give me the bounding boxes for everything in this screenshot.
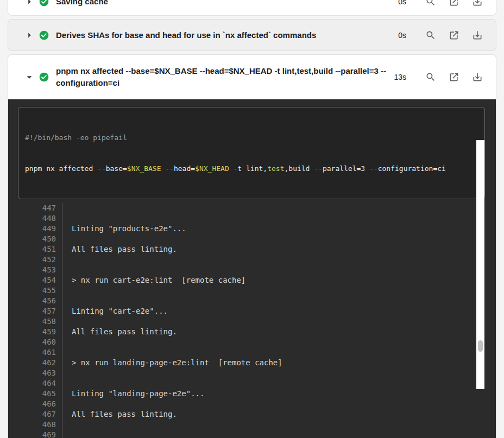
step-title: Saving cache bbox=[56, 0, 108, 8]
success-check-icon bbox=[39, 72, 49, 82]
command-text: -t lint, bbox=[229, 164, 267, 173]
chevron-right-icon[interactable] bbox=[23, 29, 35, 41]
log-line-text bbox=[62, 368, 72, 378]
step-title: pnpm nx affected --base=$NX_BASE --head=… bbox=[56, 65, 391, 89]
log-line: 452 bbox=[18, 255, 485, 265]
log-line: 450 bbox=[18, 234, 485, 244]
log-line-number: 447 bbox=[18, 203, 62, 213]
open-in-new-icon[interactable] bbox=[449, 72, 459, 82]
command-text: ,build --parallel=3 --configuration=ci bbox=[284, 164, 445, 173]
log-line: 463 bbox=[18, 368, 485, 378]
download-icon[interactable] bbox=[472, 72, 483, 82]
log-line-number: 463 bbox=[18, 368, 62, 378]
log-line-text: Linting "products-e2e"... bbox=[62, 224, 186, 234]
search-icon[interactable] bbox=[425, 0, 436, 7]
log-line-text: All files pass linting. bbox=[62, 327, 177, 337]
log-line: 462> nx run landing-page-e2e:lint [remot… bbox=[18, 358, 485, 368]
log-scrollbar[interactable] bbox=[476, 140, 484, 389]
script-command-box: #!/bin/bash -eo pipefail pnpm nx affecte… bbox=[18, 107, 485, 199]
log-line: 465Linting "landing-page-e2e"... bbox=[18, 389, 485, 399]
log-line-text: Linting "landing-page-e2e"... bbox=[62, 389, 204, 399]
command-text: pnpm nx affected --base= bbox=[25, 164, 127, 173]
log-line: 467All files pass linting. bbox=[18, 409, 485, 420]
log-line-number: 460 bbox=[18, 337, 62, 347]
log-line: 455 bbox=[18, 285, 485, 296]
log-line-text bbox=[62, 234, 72, 244]
log-line-number: 465 bbox=[18, 389, 62, 399]
build-steps-page: Saving cache 0s Der bbox=[0, 0, 504, 438]
log-line-number: 456 bbox=[18, 296, 62, 306]
log-line: 453 bbox=[18, 265, 485, 275]
open-in-new-icon[interactable] bbox=[449, 0, 459, 7]
log-line: 461 bbox=[18, 347, 485, 358]
step-duration: 13s bbox=[391, 73, 406, 81]
log-line-number: 449 bbox=[18, 224, 62, 234]
step-row-saving-cache: Saving cache 0s bbox=[8, 0, 496, 16]
log-line-number: 461 bbox=[18, 347, 62, 358]
log-line-text: All files pass linting. bbox=[62, 409, 177, 420]
download-icon[interactable] bbox=[472, 0, 483, 7]
open-in-new-icon[interactable] bbox=[449, 30, 459, 41]
log-line-number: 450 bbox=[18, 234, 62, 244]
step-duration: 0s bbox=[391, 0, 406, 6]
log-line-text bbox=[62, 430, 72, 438]
step-row-derive-shas: Derives SHAs for base and head for use i… bbox=[8, 19, 496, 51]
log-line-number: 454 bbox=[18, 275, 62, 285]
log-line: 468 bbox=[18, 420, 485, 430]
command-variable: $NX_BASE bbox=[127, 164, 161, 173]
log-line-number: 464 bbox=[18, 378, 62, 389]
log-line-text bbox=[62, 203, 72, 213]
log-line: 458 bbox=[18, 316, 485, 327]
log-line-text bbox=[62, 347, 72, 358]
log-line-number: 455 bbox=[18, 285, 62, 296]
log-line: 456 bbox=[18, 296, 485, 306]
script-shebang: #!/bin/bash -eo pipefail bbox=[25, 132, 478, 143]
log-line-text bbox=[62, 255, 72, 265]
log-line-text: > nx run cart-e2e:lint [remote cache] bbox=[62, 275, 245, 285]
log-line-text bbox=[62, 337, 72, 347]
log-line-number: 468 bbox=[18, 420, 62, 430]
log-line: 460 bbox=[18, 337, 485, 347]
log-scrollbar-thumb[interactable] bbox=[478, 340, 483, 352]
step-title: Derives SHAs for base and head for use i… bbox=[56, 29, 316, 41]
log-line-number: 467 bbox=[18, 409, 62, 420]
log-line-text bbox=[62, 213, 72, 224]
log-line-text: Linting "cart-e2e"... bbox=[62, 306, 168, 316]
download-icon[interactable] bbox=[472, 30, 483, 41]
log-line-number: 459 bbox=[18, 327, 62, 337]
step-duration: 0s bbox=[391, 31, 406, 40]
log-line: 464 bbox=[18, 378, 485, 389]
log-line-number: 469 bbox=[18, 430, 62, 438]
log-line: 469 bbox=[18, 430, 485, 438]
success-check-icon bbox=[39, 0, 49, 7]
log-line-number: 448 bbox=[18, 213, 62, 224]
log-line-text: > nx run landing-page-e2e:lint [remote c… bbox=[62, 358, 282, 368]
log-output: 447448449Linting "products-e2e"...450451… bbox=[18, 203, 485, 438]
log-line-text bbox=[62, 378, 72, 389]
success-check-icon bbox=[39, 30, 49, 41]
chevron-down-icon[interactable] bbox=[23, 71, 35, 83]
log-line: 447 bbox=[18, 203, 485, 213]
chevron-right-icon[interactable] bbox=[23, 0, 35, 8]
log-line: 457Linting "cart-e2e"... bbox=[18, 306, 485, 316]
log-line-number: 462 bbox=[18, 358, 62, 368]
log-line-text: All files pass linting. bbox=[62, 244, 177, 255]
log-line-number: 453 bbox=[18, 265, 62, 275]
log-terminal: #!/bin/bash -eo pipefail pnpm nx affecte… bbox=[8, 99, 496, 438]
log-line-text bbox=[62, 316, 72, 327]
search-icon[interactable] bbox=[425, 72, 436, 82]
log-line: 466 bbox=[18, 399, 485, 409]
log-line-number: 457 bbox=[18, 306, 62, 316]
log-line-number: 466 bbox=[18, 399, 62, 409]
log-line-text bbox=[62, 420, 72, 430]
log-line: 451All files pass linting. bbox=[18, 244, 485, 255]
log-line-number: 451 bbox=[18, 244, 62, 255]
log-line: 449Linting "products-e2e"... bbox=[18, 224, 485, 234]
command-variable: $NX_HEAD bbox=[195, 164, 229, 173]
log-line-text bbox=[62, 296, 72, 306]
log-line: 454> nx run cart-e2e:lint [remote cache] bbox=[18, 275, 485, 285]
search-icon[interactable] bbox=[425, 30, 436, 41]
log-line: 459All files pass linting. bbox=[18, 327, 485, 337]
log-line-number: 452 bbox=[18, 255, 62, 265]
log-line-number: 458 bbox=[18, 316, 62, 327]
